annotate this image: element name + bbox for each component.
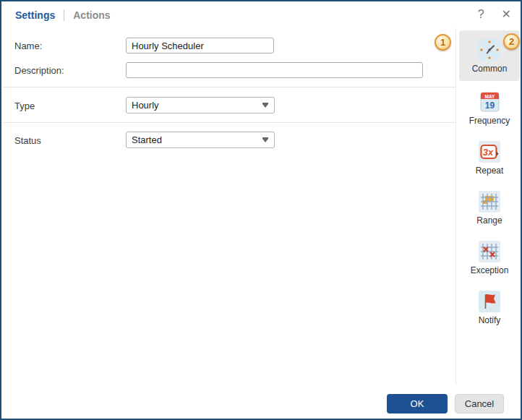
sidebar-item-frequency[interactable]: MAY 19 Frequency [459,91,520,126]
svg-text:MAY: MAY [484,94,495,99]
flag-icon [479,291,500,312]
status-dropdown-value: Started [132,134,162,145]
type-dropdown-value: Hourly [132,100,159,111]
svg-text:3x: 3x [483,147,494,158]
repeat-3x-icon: 3x [479,141,500,163]
cancel-button[interactable]: Cancel [455,394,504,413]
type-dropdown[interactable]: Hourly [126,97,275,113]
status-label: Status [14,135,41,146]
sidebar-item-notify[interactable]: Notify [459,291,520,325]
sidebar-item-label: Repeat [476,166,504,176]
svg-text:19: 19 [484,100,495,111]
dialog-tabs: Settings Actions [15,9,111,21]
sidebar-item-exception[interactable]: Exception [459,241,520,275]
step-1-badge: 1 [435,34,451,51]
separator [3,122,455,123]
description-input[interactable] [126,62,423,78]
grid-range-icon [479,191,500,213]
tab-settings[interactable]: Settings [15,9,55,21]
tab-separator [64,9,64,21]
sidebar-item-label: Notify [479,315,501,325]
chevron-down-icon [262,139,268,142]
sidebar-item-label: Range [476,215,502,226]
scheduler-dialog: Settings Actions ? ✕ Name: Description: … [0,0,522,420]
description-label: Description: [14,65,64,76]
separator [3,87,455,87]
sidebar-item-range[interactable]: Range [459,191,520,226]
ok-button[interactable]: OK [387,394,448,413]
calendar-icon: MAY 19 [480,91,500,113]
tab-actions[interactable]: Actions [73,9,110,21]
status-dropdown[interactable]: Started [126,132,275,148]
sidebar-item-label: Common [472,64,508,74]
grid-exception-icon [479,241,500,262]
chevron-down-icon [262,104,268,108]
sidebar-item-label: Exception [471,265,509,275]
step-2-badge: 2 [503,33,520,50]
clock-icon [479,39,500,61]
name-input[interactable] [126,38,274,53]
type-label: Type [14,100,35,111]
sidebar-item-repeat[interactable]: 3x Repeat [459,141,520,176]
category-sidebar: Common MAY 19 Frequency 3x [456,1,522,392]
name-label: Name: [14,40,42,51]
sidebar-item-label: Frequency [469,116,510,126]
